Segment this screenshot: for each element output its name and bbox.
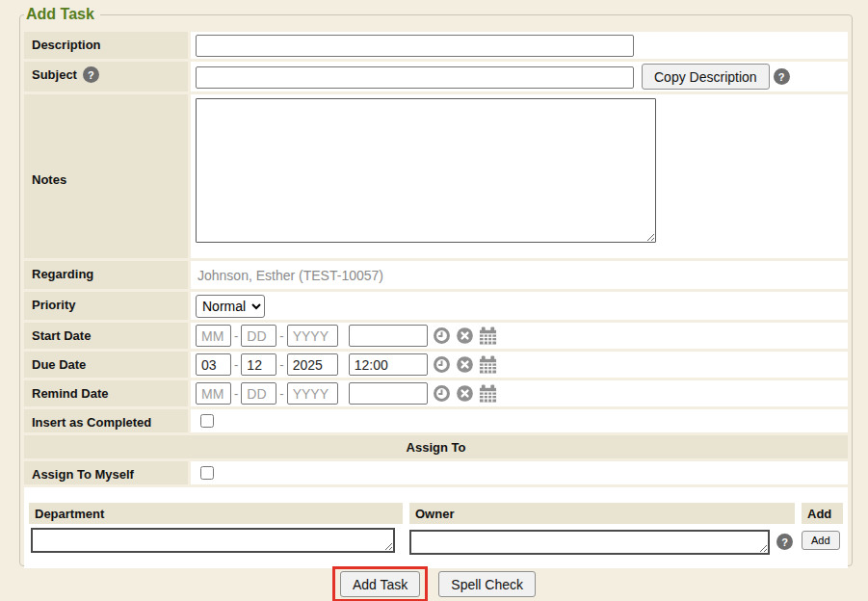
description-label: Description — [24, 32, 188, 59]
add-assignment-button[interactable]: Add — [802, 531, 840, 550]
owner-input[interactable] — [409, 530, 770, 555]
due-date-cell: - - — [191, 352, 848, 378]
owner-column-header: Owner — [409, 503, 795, 524]
remind-date-calendar-icon[interactable] — [479, 384, 497, 403]
assign-to-myself-label: Assign To Myself — [24, 461, 188, 484]
regarding-cell: Johnson, Esther (TEST-10057) — [191, 261, 848, 289]
priority-cell: Normal — [191, 292, 848, 320]
remind-date-day-input[interactable] — [241, 382, 276, 405]
subject-help-icon[interactable]: ? — [83, 66, 99, 83]
subject-cell: Copy Description ? — [191, 62, 848, 91]
add-task-button-highlight: Add Task — [332, 566, 428, 601]
regarding-value: Johnson, Esther (TEST-10057) — [196, 268, 383, 283]
start-date-time-input[interactable] — [349, 325, 428, 347]
subject-label-cell: Subject ? — [24, 62, 188, 91]
owner-cell: ? — [409, 528, 795, 556]
subject-label: Subject — [32, 67, 77, 82]
page-title: Add Task — [24, 6, 100, 23]
due-date-month-input[interactable] — [196, 353, 231, 376]
due-date-calendar-icon[interactable] — [479, 355, 497, 374]
insert-as-completed-label: Insert as Completed — [24, 409, 188, 432]
start-date-cell: - - — [191, 323, 848, 349]
add-task-button[interactable]: Add Task — [340, 571, 420, 597]
remind-date-month-input[interactable] — [196, 382, 231, 405]
priority-select[interactable]: Normal — [196, 295, 265, 318]
remind-date-clock-icon[interactable] — [433, 384, 451, 403]
start-date-calendar-icon[interactable] — [479, 327, 497, 345]
assign-to-section-header: Assign To — [24, 435, 848, 458]
remind-date-year-input[interactable] — [287, 382, 338, 405]
add-task-form: Description Subject ? Copy Description ?… — [24, 32, 848, 568]
date-separator: - — [279, 357, 283, 372]
notes-cell — [191, 94, 848, 258]
assign-table: Department Owner Add ? Add — [29, 503, 843, 556]
start-date-day-input[interactable] — [241, 325, 276, 347]
due-date-time-input[interactable] — [349, 353, 428, 376]
priority-label: Priority — [24, 292, 188, 320]
due-date-clear-icon[interactable] — [456, 355, 474, 374]
date-separator: - — [234, 357, 238, 372]
subject-input[interactable] — [196, 66, 634, 89]
due-date-year-input[interactable] — [287, 353, 338, 376]
remind-date-label: Remind Date — [24, 380, 188, 406]
date-separator: - — [279, 328, 283, 343]
add-task-panel: Add Task Description Subject ? Copy Desc… — [19, 6, 853, 566]
notes-label: Notes — [24, 94, 188, 258]
date-separator: - — [234, 328, 238, 343]
owner-help-icon[interactable]: ? — [776, 534, 793, 550]
description-input[interactable] — [196, 35, 634, 57]
regarding-label: Regarding — [24, 261, 188, 289]
due-date-clock-icon[interactable] — [433, 355, 451, 374]
due-date-day-input[interactable] — [241, 353, 276, 376]
date-separator: - — [279, 386, 283, 401]
notes-textarea[interactable] — [196, 98, 656, 243]
due-date-label: Due Date — [24, 352, 188, 378]
department-cell — [29, 528, 403, 556]
department-column-header: Department — [29, 503, 403, 524]
start-date-clock-icon[interactable] — [433, 327, 451, 345]
remind-date-time-input[interactable] — [349, 382, 428, 405]
remind-date-cell: - - — [191, 380, 848, 406]
insert-as-completed-checkbox[interactable] — [200, 414, 214, 428]
insert-as-completed-cell — [191, 409, 848, 432]
start-date-month-input[interactable] — [196, 325, 231, 347]
assign-to-myself-cell — [191, 461, 848, 484]
spell-check-button[interactable]: Spell Check — [438, 571, 536, 597]
start-date-clear-icon[interactable] — [456, 327, 474, 345]
add-cell: Add — [802, 528, 843, 556]
footer-button-bar: Add Task Spell Check — [0, 566, 868, 601]
start-date-label: Start Date — [24, 323, 188, 349]
add-column-header: Add — [802, 503, 843, 524]
description-cell — [191, 32, 848, 59]
copy-description-button[interactable]: Copy Description — [642, 64, 770, 90]
assign-table-block: Department Owner Add ? Add — [24, 487, 848, 568]
date-separator: - — [234, 386, 238, 401]
department-input[interactable] — [31, 528, 395, 553]
copy-description-help-icon[interactable]: ? — [774, 68, 790, 85]
assign-to-myself-checkbox[interactable] — [200, 466, 214, 480]
remind-date-clear-icon[interactable] — [456, 384, 474, 403]
start-date-year-input[interactable] — [287, 325, 338, 347]
